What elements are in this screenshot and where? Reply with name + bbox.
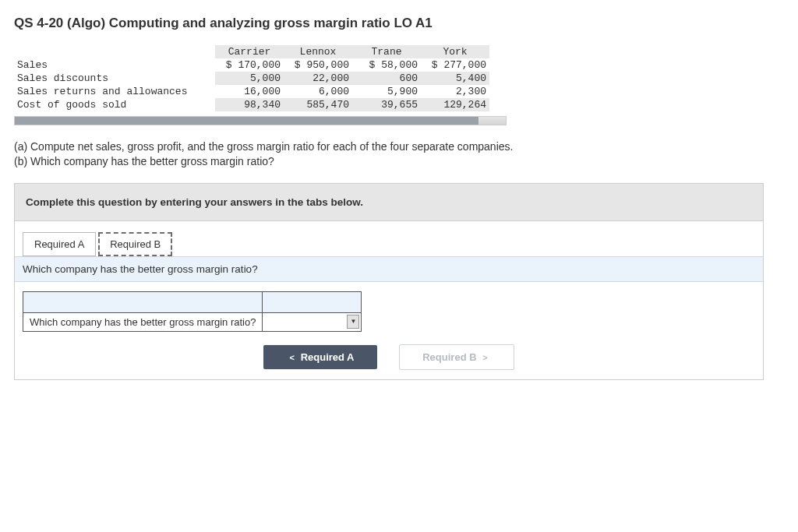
table-row: Sales returns and allowances 16,000 6,00…	[14, 85, 489, 98]
prev-required-a-button[interactable]: < Required A	[263, 345, 377, 369]
header-cell-answer	[263, 291, 362, 312]
col-lennox: Lennox	[284, 45, 352, 58]
col-carrier: Carrier	[215, 45, 284, 58]
col-york: York	[421, 45, 489, 58]
company-dropdown[interactable]: ▼	[263, 312, 362, 331]
sub-question: Which company has the better gross margi…	[15, 256, 763, 282]
next-required-b-button[interactable]: Required B >	[399, 344, 514, 370]
table-row: Sales discounts 5,000 22,000 600 5,400	[14, 72, 489, 85]
chevron-left-icon: <	[290, 353, 295, 362]
horizontal-scrollbar[interactable]	[14, 116, 507, 125]
instruction-bar: Complete this question by entering your …	[15, 184, 763, 221]
tab-required-b[interactable]: Required B	[98, 232, 172, 256]
question-text: (a) Compute net sales, gross profit, and…	[14, 139, 784, 169]
page-title: QS 4-20 (Algo) Computing and analyzing g…	[14, 16, 784, 31]
chevron-right-icon: >	[482, 353, 487, 362]
answer-panel: Complete this question by entering your …	[14, 183, 764, 380]
input-row-label: Which company has the better gross margi…	[23, 312, 263, 331]
header-cell-label	[23, 291, 263, 312]
table-row: Cost of goods sold 98,340 585,470 39,655…	[14, 98, 489, 111]
tab-required-a[interactable]: Required A	[23, 232, 96, 256]
chevron-down-icon: ▼	[347, 315, 359, 329]
data-table: Carrier Lennox Trane York Sales $ 170,00…	[14, 45, 489, 111]
table-row: Sales $ 170,000 $ 950,000 $ 58,000 $ 277…	[14, 58, 489, 72]
answer-input-table: Which company has the better gross margi…	[23, 291, 362, 332]
col-trane: Trane	[352, 45, 421, 58]
